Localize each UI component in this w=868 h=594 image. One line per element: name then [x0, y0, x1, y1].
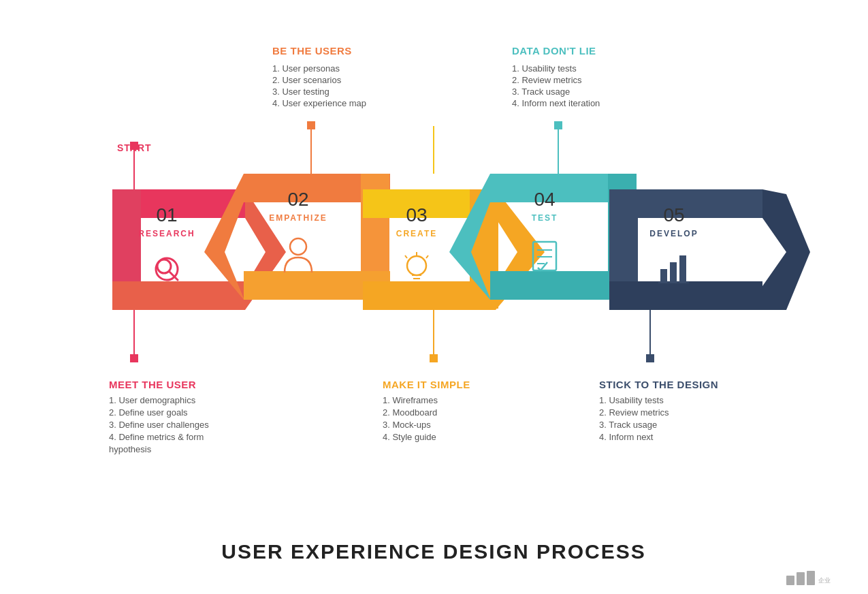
svg-text:USER EXPERIENCE DESIGN PROCESS: USER EXPERIENCE DESIGN PROCESS [221, 540, 645, 563]
svg-text:CREATE: CREATE [396, 229, 437, 238]
svg-line-43 [426, 255, 428, 258]
svg-rect-67 [679, 255, 686, 283]
svg-rect-35 [363, 281, 496, 310]
svg-text:4. Inform next iteration: 4. Inform next iteration [512, 98, 600, 108]
svg-text:4. Style guide: 4. Style guide [383, 432, 436, 442]
svg-rect-10 [130, 142, 138, 150]
svg-text:STICK TO THE DESIGN: STICK TO THE DESIGN [599, 379, 718, 390]
svg-rect-70 [646, 354, 654, 362]
svg-text:3. Mock-ups: 3. Mock-ups [383, 420, 431, 430]
svg-text:4. User experience map: 4. User experience map [272, 98, 366, 108]
svg-text:MAKE  IT SIMPLE: MAKE IT SIMPLE [383, 379, 470, 390]
svg-line-44 [405, 255, 407, 258]
svg-rect-48 [554, 121, 562, 129]
svg-text:TEST: TEST [532, 213, 558, 223]
svg-text:EMPATHIZE: EMPATHIZE [269, 213, 327, 223]
svg-text:DEVELOP: DEVELOP [649, 229, 698, 238]
svg-text:05: 05 [663, 204, 684, 225]
svg-rect-88 [786, 576, 794, 585]
svg-point-31 [290, 238, 306, 255]
svg-text:2. User scenarios: 2. User scenarios [272, 75, 342, 85]
svg-rect-24 [307, 121, 315, 129]
svg-text:企业: 企业 [818, 577, 831, 584]
svg-text:RESEARCH: RESEARCH [138, 229, 195, 238]
diagram-svg: BE THE USERS 1. User personas 2. User sc… [0, 0, 868, 594]
svg-text:DATA DON'T LIE: DATA DON'T LIE [512, 45, 596, 57]
svg-text:1. Usability tests: 1. Usability tests [512, 63, 577, 74]
svg-marker-62 [762, 189, 810, 310]
svg-text:04: 04 [534, 189, 555, 210]
svg-text:02: 02 [287, 189, 308, 210]
svg-text:2. Define user goals: 2. Define user goals [109, 407, 188, 418]
svg-rect-22 [130, 354, 138, 362]
svg-point-39 [407, 256, 426, 275]
svg-text:MEET THE USER: MEET THE USER [109, 379, 196, 390]
svg-rect-65 [660, 269, 667, 283]
svg-text:03: 03 [406, 204, 427, 225]
svg-text:1. Wireframes: 1. Wireframes [383, 395, 438, 405]
svg-text:2. Review metrics: 2. Review metrics [512, 75, 582, 85]
be-the-users-title: BE THE USERS [272, 45, 352, 57]
svg-rect-66 [670, 262, 677, 283]
main-container: BE THE USERS 1. User personas 2. User sc… [0, 0, 868, 594]
svg-text:hypothesis: hypothesis [109, 444, 152, 454]
svg-text:2. Moodboard: 2. Moodboard [383, 407, 437, 418]
svg-text:1. User demographics: 1. User demographics [109, 395, 196, 405]
svg-rect-61 [609, 281, 762, 310]
svg-text:4. Inform next: 4. Inform next [599, 432, 654, 442]
svg-text:1. Usability tests: 1. Usability tests [599, 395, 664, 405]
svg-rect-89 [797, 572, 805, 585]
svg-text:3. Track usage: 3. Track usage [512, 87, 570, 97]
svg-text:3. User testing: 3. User testing [272, 87, 329, 97]
svg-text:01: 01 [156, 204, 177, 225]
svg-rect-14 [112, 281, 245, 310]
svg-text:2. Review metrics: 2. Review metrics [599, 407, 669, 418]
svg-text:3. Track usage: 3. Track usage [599, 420, 657, 430]
svg-text:3. Define user challenges: 3. Define user challenges [109, 420, 209, 430]
svg-text:4. Define metrics & form: 4. Define metrics & form [109, 432, 204, 442]
svg-rect-46 [430, 354, 438, 362]
svg-rect-90 [807, 571, 815, 585]
svg-text:1. User personas: 1. User personas [272, 63, 340, 74]
